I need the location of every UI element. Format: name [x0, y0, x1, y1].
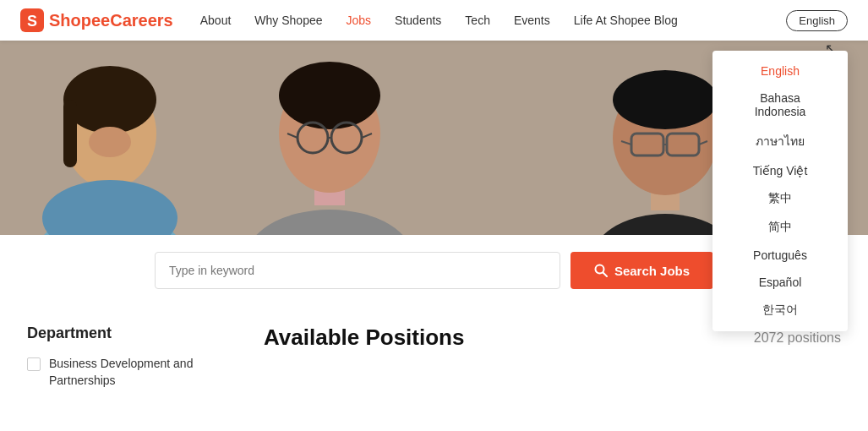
svg-point-20 — [613, 70, 718, 129]
list-item: Business Development and Partnerships — [27, 356, 230, 389]
svg-point-8 — [245, 210, 414, 235]
language-selector-wrapper: English ↖ English Bahasa Indonesia ภาษาไ… — [786, 10, 848, 31]
nav-item-about[interactable]: About — [200, 14, 232, 27]
department-title: Department — [27, 325, 230, 342]
header: S ShopeeCareers About Why Shopee Jobs St… — [0, 0, 868, 41]
hero-person-center — [186, 41, 473, 235]
nav-item-tech[interactable]: Tech — [465, 14, 490, 27]
svg-point-11 — [279, 62, 380, 129]
language-button[interactable]: English — [786, 10, 848, 31]
available-positions-title: Available Positions — [264, 325, 464, 351]
search-icon — [594, 264, 608, 277]
nav-item-jobs[interactable]: Jobs — [347, 14, 372, 27]
lang-option-korean[interactable]: 한국어 — [712, 296, 848, 325]
svg-text:S: S — [27, 13, 37, 30]
svg-line-27 — [603, 273, 607, 277]
lang-option-vietnamese[interactable]: Tiếng Việt — [712, 157, 848, 184]
svg-point-6 — [42, 180, 177, 235]
nav-item-students[interactable]: Students — [395, 14, 441, 27]
main-content: Available Positions 2072 positions — [264, 325, 841, 396]
svg-point-4 — [63, 66, 156, 134]
search-button[interactable]: Search Jobs — [570, 252, 713, 289]
svg-point-7 — [89, 127, 131, 157]
nav-item-why-shopee[interactable]: Why Shopee — [254, 14, 322, 27]
lang-option-portuguese[interactable]: Português — [712, 242, 848, 269]
nav-item-events[interactable]: Events — [514, 14, 550, 27]
logo-text: ShopeeCareers — [49, 11, 173, 30]
main-nav: About Why Shopee Jobs Students Tech Even… — [200, 14, 787, 27]
department-checkbox-biz-dev[interactable] — [27, 357, 41, 371]
lang-option-thai[interactable]: ภาษาไทย — [712, 125, 848, 157]
lang-option-simplified-chinese[interactable]: 简中 — [712, 213, 848, 242]
lang-option-traditional-chinese[interactable]: 繁中 — [712, 184, 848, 213]
search-input[interactable] — [155, 252, 560, 289]
department-label-biz-dev: Business Development and Partnerships — [49, 356, 193, 389]
shopee-logo-icon: S — [20, 8, 44, 32]
language-dropdown: English Bahasa Indonesia ภาษาไทย Tiếng V… — [712, 51, 848, 331]
nav-item-blog[interactable]: Life At Shopee Blog — [574, 14, 678, 27]
lang-option-spanish[interactable]: Español — [712, 269, 848, 296]
search-box: Search Jobs — [155, 252, 713, 289]
lang-option-english[interactable]: English — [712, 57, 848, 85]
logo[interactable]: S ShopeeCareers — [20, 8, 173, 32]
search-button-label: Search Jobs — [614, 264, 690, 278]
positions-count: 2072 positions — [754, 330, 841, 346]
sidebar: Department Business Development and Part… — [27, 325, 230, 396]
lang-option-bahasa[interactable]: Bahasa Indonesia — [712, 85, 848, 125]
svg-rect-5 — [63, 100, 77, 167]
